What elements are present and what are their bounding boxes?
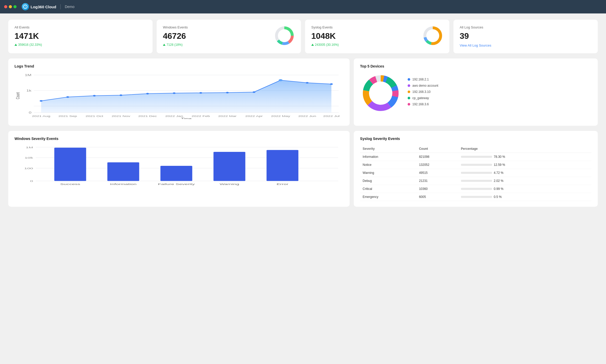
svg-point-27 — [253, 91, 255, 93]
legend-label: aws demo account — [412, 84, 438, 87]
windows-events-card: Windows Events 46726 7128 (18%) — [157, 20, 301, 53]
trend-up-icon — [163, 44, 165, 46]
bar-warning — [213, 152, 245, 181]
svg-text:Information: Information — [110, 183, 136, 185]
legend-item: 192.168.2.1 — [408, 78, 438, 81]
svg-point-21 — [93, 95, 96, 96]
syslog-severity-title: Syslog Severity Events — [360, 137, 591, 141]
table-row: Debug 21231 2.02 % — [360, 177, 591, 185]
cell-pct: 12.59 % — [458, 161, 591, 169]
all-log-sources-card: All Log Sources 39 View All Log Sources — [453, 20, 598, 53]
windows-events-inner: Windows Events 46726 7128 (18%) — [163, 25, 295, 47]
logs-trend-title: Logs Trend — [15, 64, 343, 68]
legend-dot-192-168-3-6 — [408, 103, 410, 106]
syslog-events-card: Syslog Events 1048K 243005 (30.16%) — [305, 20, 449, 53]
svg-text:2022 Jul: 2022 Jul — [323, 115, 340, 117]
table-row: Notice 132052 12.59 % — [360, 161, 591, 169]
brand-logo-area: Log360 Cloud — [22, 3, 56, 10]
svg-point-19 — [40, 100, 42, 102]
cell-severity: Emergency — [360, 193, 416, 201]
svg-point-24 — [173, 92, 176, 94]
table-row: Warning 49515 4.72 % — [360, 169, 591, 177]
svg-text:2021 Aug: 2021 Aug — [32, 115, 50, 117]
all-log-sources-label: All Log Sources — [460, 25, 591, 29]
legend-item: 192.168.3.10 — [408, 90, 438, 94]
severity-table-header: Severity Count Percentage — [360, 145, 591, 153]
view-all-log-sources-link[interactable]: View All Log Sources — [460, 43, 491, 47]
windows-severity-card: Windows Severity Events 1M 10k 100 0 — [8, 131, 350, 207]
cell-count: 10360 — [416, 185, 458, 193]
demo-label: Demo — [65, 5, 74, 9]
all-events-label: All Events — [15, 25, 146, 29]
legend-item: cp_gateway — [408, 96, 438, 100]
svg-text:Error: Error — [277, 183, 288, 185]
svg-point-22 — [119, 94, 122, 96]
svg-text:1k: 1k — [26, 89, 32, 92]
svg-point-51 — [369, 81, 392, 105]
cell-count: 21231 — [416, 177, 458, 185]
logs-trend-card: Logs Trend 1M 1k 0 — [8, 58, 350, 126]
svg-point-6 — [278, 29, 291, 42]
minimize-button[interactable] — [9, 5, 12, 8]
legend-item: 192.168.3.6 — [408, 102, 438, 106]
top5-donut-chart — [360, 72, 401, 114]
table-row: Information 821098 78.30 % — [360, 153, 591, 161]
cell-severity: Information — [360, 153, 416, 161]
svg-text:Success: Success — [60, 183, 80, 185]
syslog-severity-card: Syslog Severity Events Severity Count Pe… — [354, 131, 598, 207]
svg-point-25 — [199, 92, 202, 94]
legend-dot-cp-gateway — [408, 97, 410, 99]
table-row: Critical 10360 0.99 % — [360, 185, 591, 193]
syslog-events-change: 243005 (30.16%) — [311, 43, 339, 47]
svg-text:Time: Time — [181, 117, 192, 119]
close-button[interactable] — [4, 5, 7, 8]
svg-point-26 — [226, 92, 229, 93]
windows-donut-chart — [274, 25, 295, 46]
windows-severity-chart: 1M 10k 100 0 Success Information Failure… — [15, 145, 343, 191]
svg-text:1M: 1M — [25, 74, 31, 77]
svg-point-28 — [279, 79, 283, 81]
col-percentage: Percentage — [458, 145, 591, 153]
top5-inner: 192.168.2.1 aws demo account 192.168.3.1… — [360, 72, 591, 114]
svg-text:2022 Apr: 2022 Apr — [245, 115, 263, 117]
svg-text:1M: 1M — [26, 146, 33, 149]
all-events-value: 1471K — [15, 31, 146, 41]
bottom-row: Windows Severity Events 1M 10k 100 0 — [8, 131, 598, 207]
svg-text:0: 0 — [30, 180, 33, 182]
svg-text:Count: Count — [15, 92, 20, 99]
legend-item: aws demo account — [408, 84, 438, 87]
cell-pct: 0.99 % — [458, 185, 591, 193]
windows-events-value: 46726 — [163, 31, 188, 41]
bar-failure — [160, 166, 192, 181]
cell-count: 49515 — [416, 169, 458, 177]
table-row: Emergency 6005 0.5 % — [360, 193, 591, 201]
bar-error — [266, 150, 298, 181]
cell-severity: Warning — [360, 169, 416, 177]
stats-row: All Events 1471K 359616 (32.33%) Windows… — [8, 20, 598, 53]
brand-name: Log360 Cloud — [31, 5, 56, 9]
syslog-severity-table: Severity Count Percentage Information 82… — [360, 145, 591, 201]
titlebar: Log360 Cloud Demo — [0, 0, 606, 13]
cell-severity: Notice — [360, 161, 416, 169]
windows-events-text: Windows Events 46726 7128 (18%) — [163, 25, 188, 47]
svg-text:10k: 10k — [25, 157, 33, 159]
windows-events-label: Windows Events — [163, 25, 188, 29]
top5-legend: 192.168.2.1 aws demo account 192.168.3.1… — [408, 78, 438, 109]
svg-point-20 — [66, 96, 69, 98]
syslog-events-label: Syslog Events — [311, 25, 339, 29]
svg-point-30 — [330, 83, 333, 85]
charts-row: Logs Trend 1M 1k 0 — [8, 58, 598, 126]
top5-devices-card: Top 5 Devices — [354, 58, 598, 126]
legend-label: 192.168.2.1 — [412, 78, 429, 81]
all-events-card: All Events 1471K 359616 (32.33%) — [8, 20, 153, 53]
severity-table-body: Information 821098 78.30 % Notice 132052… — [360, 153, 591, 201]
svg-point-23 — [146, 93, 149, 94]
maximize-button[interactable] — [13, 5, 17, 8]
svg-text:2022 Jun: 2022 Jun — [298, 115, 316, 117]
svg-point-29 — [306, 82, 309, 84]
cell-count: 6005 — [416, 193, 458, 201]
svg-text:0: 0 — [29, 111, 31, 114]
all-log-sources-value: 39 — [460, 31, 591, 41]
cell-severity: Critical — [360, 185, 416, 193]
all-events-change: 359616 (32.33%) — [15, 43, 146, 47]
